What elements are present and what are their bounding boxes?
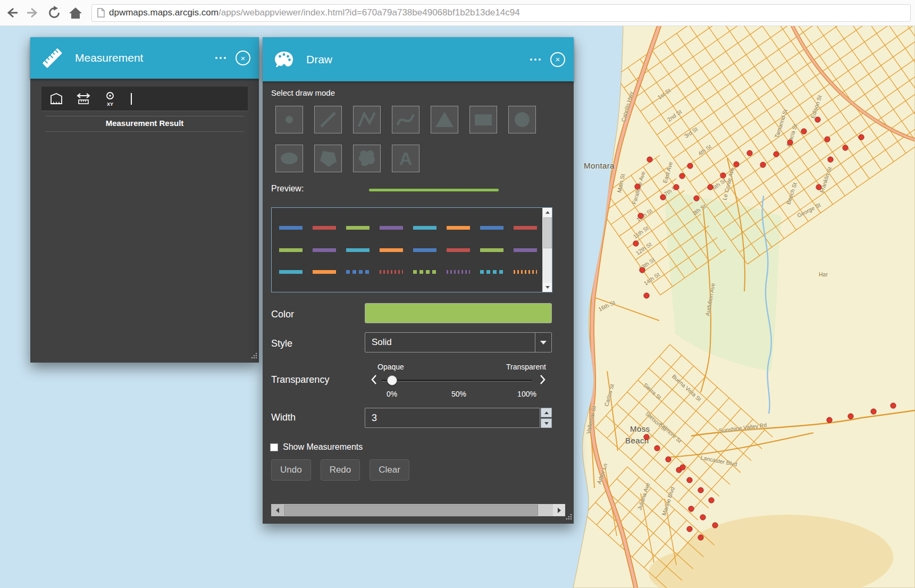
freehand-line-icon bbox=[393, 107, 418, 132]
symbol-swatch[interactable] bbox=[380, 248, 403, 252]
symbol-swatch[interactable] bbox=[279, 248, 303, 252]
draw-mode-freehand-line[interactable] bbox=[392, 106, 419, 133]
symbol-swatch[interactable] bbox=[346, 270, 370, 274]
style-label: Style bbox=[271, 338, 292, 349]
map-label: George St bbox=[796, 201, 821, 219]
map-label: Sierra St bbox=[642, 382, 662, 401]
area-icon bbox=[49, 92, 64, 106]
draw-mode-rectangle[interactable] bbox=[469, 106, 497, 133]
map-dot bbox=[848, 414, 854, 419]
line-icon bbox=[315, 107, 341, 132]
symbol-swatch[interactable] bbox=[447, 248, 470, 252]
draw-mode-text[interactable]: A bbox=[392, 145, 419, 172]
map-label: Lancaster Blvd bbox=[700, 454, 737, 467]
svg-text:A: A bbox=[399, 148, 413, 169]
area-measure-button[interactable] bbox=[49, 92, 64, 106]
color-swatch[interactable] bbox=[365, 303, 552, 323]
measurement-more-button[interactable] bbox=[211, 52, 230, 64]
draw-mode-point[interactable] bbox=[275, 106, 303, 133]
map-dot bbox=[640, 267, 645, 273]
measurement-close-button[interactable]: × bbox=[236, 51, 250, 65]
scroll-left-button[interactable] bbox=[271, 504, 283, 516]
draw-more-button[interactable] bbox=[526, 53, 545, 66]
transparency-slider-handle[interactable] bbox=[387, 375, 397, 385]
draw-mode-circle[interactable] bbox=[508, 106, 536, 133]
slider-decrease-button[interactable] bbox=[371, 374, 377, 387]
map-dot bbox=[644, 434, 650, 440]
forward-icon bbox=[25, 5, 41, 21]
draw-panel-header[interactable]: Draw × bbox=[263, 37, 574, 81]
map-dot bbox=[680, 465, 686, 471]
width-decrease-button[interactable] bbox=[541, 418, 552, 428]
show-measurements-checkbox[interactable] bbox=[270, 443, 278, 451]
symbol-swatch[interactable] bbox=[514, 270, 537, 274]
scrollbar-thumb[interactable] bbox=[543, 217, 552, 248]
scroll-down-button[interactable] bbox=[543, 283, 552, 292]
symbol-swatch[interactable] bbox=[346, 248, 370, 252]
measurement-result-label: Measurement Result bbox=[30, 119, 259, 128]
transparency-slider-track[interactable] bbox=[382, 380, 532, 382]
resize-handle[interactable] bbox=[250, 351, 257, 361]
map-dot bbox=[828, 157, 834, 163]
symbol-swatch[interactable] bbox=[514, 226, 537, 230]
draw-mode-line[interactable] bbox=[314, 106, 342, 133]
symbol-swatch[interactable] bbox=[413, 248, 436, 252]
map-dot bbox=[698, 535, 704, 541]
measurement-panel-header[interactable]: Measurement × bbox=[30, 37, 259, 79]
map-dot bbox=[687, 526, 693, 532]
draw-mode-ellipse[interactable] bbox=[275, 145, 303, 172]
distance-icon bbox=[75, 92, 91, 106]
scrollbar-thumb[interactable] bbox=[284, 505, 538, 516]
width-input[interactable] bbox=[365, 408, 540, 428]
distance-measure-button[interactable] bbox=[75, 92, 91, 106]
draw-mode-triangle[interactable] bbox=[431, 106, 458, 133]
draw-mode-polygon[interactable] bbox=[314, 145, 342, 172]
map-dot bbox=[891, 403, 896, 409]
forward-button[interactable] bbox=[23, 3, 43, 22]
back-button[interactable] bbox=[2, 3, 21, 22]
divider bbox=[45, 116, 244, 116]
symbol-swatch[interactable] bbox=[480, 226, 503, 230]
width-increase-button[interactable] bbox=[541, 408, 552, 417]
scroll-up-button[interactable] bbox=[543, 208, 552, 217]
redo-button[interactable]: Redo bbox=[321, 459, 360, 481]
undo-button[interactable]: Undo bbox=[271, 459, 311, 481]
symbol-swatch[interactable] bbox=[279, 270, 303, 274]
scale-100-label: 100% bbox=[517, 390, 536, 398]
address-bar[interactable]: dpwmaps.maps.arcgis.com/apps/webappviewe… bbox=[91, 4, 911, 22]
symbol-swatch[interactable] bbox=[313, 226, 336, 230]
draw-mode-polyline[interactable] bbox=[353, 106, 381, 133]
draw-mode-freehand-polygon[interactable] bbox=[353, 145, 381, 172]
map-label: Carlos St bbox=[603, 383, 615, 407]
text-caret bbox=[131, 93, 132, 105]
symbol-swatch[interactable] bbox=[413, 226, 436, 230]
slider-increase-button[interactable] bbox=[540, 374, 546, 387]
clear-button[interactable]: Clear bbox=[370, 459, 409, 481]
symbol-swatch[interactable] bbox=[514, 248, 537, 252]
symbol-swatch[interactable] bbox=[480, 270, 503, 274]
symbol-swatch[interactable] bbox=[447, 270, 470, 274]
symbol-swatch[interactable] bbox=[380, 226, 403, 230]
symbol-swatch[interactable] bbox=[380, 270, 403, 274]
symbol-swatch[interactable] bbox=[313, 270, 336, 274]
scroll-right-button[interactable] bbox=[553, 504, 565, 516]
symbol-swatch[interactable] bbox=[346, 226, 370, 230]
map-dot bbox=[687, 477, 693, 483]
width-label: Width bbox=[271, 412, 296, 423]
reload-button[interactable] bbox=[45, 3, 64, 22]
map-dot bbox=[708, 184, 713, 190]
select-arrow bbox=[535, 333, 551, 352]
draw-close-button[interactable]: × bbox=[550, 52, 565, 67]
symbol-swatch[interactable] bbox=[480, 248, 503, 252]
resize-handle[interactable] bbox=[565, 513, 572, 522]
symbol-swatch[interactable] bbox=[279, 226, 303, 230]
home-button[interactable] bbox=[66, 3, 85, 22]
symbol-picker bbox=[271, 207, 552, 292]
location-measure-button[interactable]: XY bbox=[103, 90, 117, 107]
style-select[interactable]: Solid bbox=[365, 332, 552, 352]
symbol-swatch[interactable] bbox=[447, 226, 470, 230]
map-label: Marine Blvd bbox=[660, 486, 676, 516]
symbol-swatch[interactable] bbox=[413, 270, 436, 274]
map-dot bbox=[709, 498, 715, 503]
symbol-swatch[interactable] bbox=[313, 248, 336, 252]
